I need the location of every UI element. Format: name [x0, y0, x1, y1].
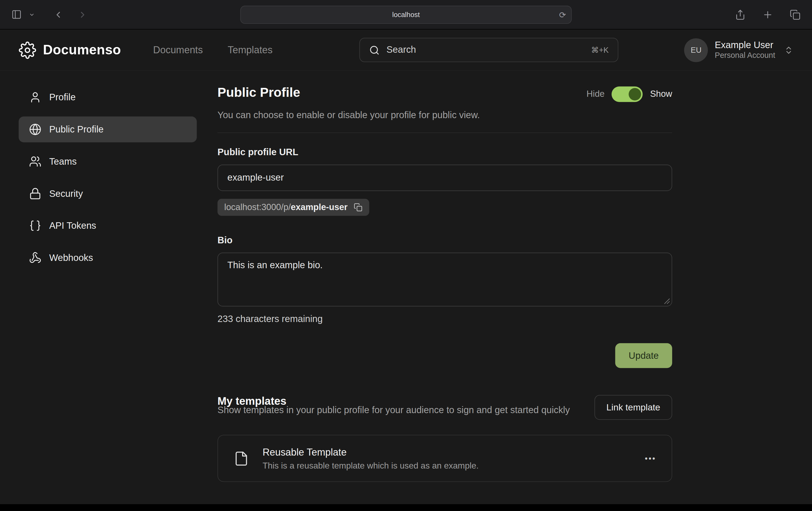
search-shortcut: ⌘+K — [591, 46, 609, 55]
copy-icon[interactable] — [354, 203, 363, 212]
sidebar-item-profile[interactable]: Profile — [19, 84, 197, 110]
sidebar-item-teams[interactable]: Teams — [19, 148, 197, 174]
user-icon — [29, 91, 41, 103]
app-header: Documenso Documents Templates ⌘+K EU Exa… — [0, 29, 812, 71]
profile-url-input[interactable] — [218, 164, 672, 191]
lock-icon — [29, 187, 41, 200]
sidebar-item-label: API Tokens — [49, 220, 96, 231]
sidebar-item-security[interactable]: Security — [19, 181, 197, 207]
sidebar-item-webhooks[interactable]: Webhooks — [19, 245, 197, 271]
hide-label: Hide — [586, 89, 605, 99]
public-profile-settings: Public Profile Hide Show You can choose … — [218, 85, 672, 482]
template-card: Reusable Template This is a reusable tem… — [218, 435, 672, 482]
link-template-button[interactable]: Link template — [594, 395, 672, 420]
back-button[interactable] — [51, 7, 65, 22]
content: Profile Public Profile Teams Security AP… — [0, 71, 812, 482]
app-window: localhost ⟳ Documenso Documents Template… — [0, 0, 812, 511]
search-box[interactable]: ⌘+K — [359, 38, 618, 62]
characters-remaining: 233 characters remaining — [218, 313, 672, 325]
browser-chrome: localhost ⟳ — [0, 0, 812, 29]
bio-textarea[interactable]: This is an example bio. — [218, 252, 672, 306]
page-title: Public Profile — [218, 85, 300, 100]
webhook-icon — [29, 251, 41, 264]
new-tab-icon[interactable] — [760, 7, 775, 22]
resize-grip-icon[interactable] — [664, 298, 670, 304]
search-icon — [370, 45, 380, 55]
chevron-down-icon[interactable] — [27, 9, 37, 19]
my-templates-description: Show templates in your public profile fo… — [218, 403, 575, 417]
public-url-text: localhost:3000/p/example-user — [224, 202, 348, 212]
address-bar-url: localhost — [392, 11, 420, 19]
section-description: You can choose to enable or disable your… — [218, 110, 672, 121]
toggle-knob — [629, 88, 641, 100]
account-type: Personal Account — [715, 51, 775, 61]
sidebar-item-label: Webhooks — [49, 252, 93, 263]
search-input[interactable] — [386, 44, 584, 55]
tab-overview-icon[interactable] — [788, 7, 803, 22]
user-menu[interactable]: EU Example User Personal Account — [684, 38, 793, 62]
sidebar-item-label: Security — [49, 188, 83, 199]
sidebar-item-label: Profile — [49, 92, 76, 103]
sidebar-item-label: Public Profile — [49, 124, 104, 135]
template-description: This is a reusable template which is use… — [263, 460, 479, 470]
share-icon[interactable] — [733, 7, 748, 22]
bio-field-label: Bio — [218, 235, 672, 246]
top-nav: Documents Templates — [153, 44, 273, 56]
address-bar[interactable]: localhost ⟳ — [240, 6, 572, 24]
chevrons-up-down-icon — [784, 46, 793, 55]
file-icon — [233, 449, 249, 468]
user-name: Example User — [715, 39, 775, 51]
template-title: Reusable Template — [263, 446, 479, 458]
update-button[interactable]: Update — [615, 343, 672, 368]
nav-templates[interactable]: Templates — [228, 44, 273, 56]
nav-documents[interactable]: Documents — [153, 44, 203, 56]
show-label: Show — [650, 89, 672, 99]
sidebar-item-public-profile[interactable]: Public Profile — [19, 117, 197, 143]
globe-icon — [29, 123, 41, 136]
users-icon — [29, 155, 41, 168]
public-url-chip: localhost:3000/p/example-user — [218, 199, 369, 216]
profile-visibility-toggle[interactable] — [612, 87, 643, 102]
url-field-label: Public profile URL — [218, 147, 672, 158]
visibility-toggle-row: Hide Show — [586, 87, 672, 102]
refresh-icon[interactable]: ⟳ — [559, 10, 566, 20]
documenso-logo-icon — [19, 41, 36, 59]
braces-icon — [29, 219, 41, 232]
sidebar-item-label: Teams — [49, 156, 77, 167]
window-bottom-edge — [0, 504, 812, 511]
divider — [218, 132, 672, 133]
sidebar-toggle-icon[interactable] — [9, 7, 24, 22]
settings-sidebar: Profile Public Profile Teams Security AP… — [19, 84, 197, 482]
brand[interactable]: Documenso — [19, 41, 121, 59]
brand-name: Documenso — [43, 42, 121, 58]
template-menu-button[interactable]: ••• — [645, 454, 656, 463]
sidebar-item-api-tokens[interactable]: API Tokens — [19, 213, 197, 239]
avatar: EU — [684, 38, 708, 62]
forward-button[interactable] — [76, 7, 90, 22]
